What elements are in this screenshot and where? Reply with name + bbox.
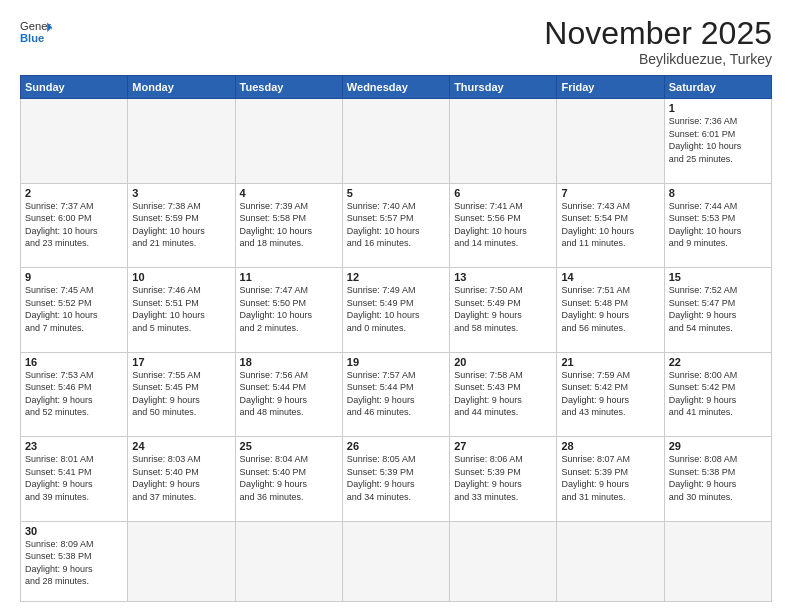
weekday-header-saturday: Saturday <box>664 76 771 99</box>
calendar-cell <box>450 521 557 601</box>
calendar-cell: 28Sunrise: 8:07 AM Sunset: 5:39 PM Dayli… <box>557 437 664 521</box>
weekday-header-thursday: Thursday <box>450 76 557 99</box>
calendar-cell: 14Sunrise: 7:51 AM Sunset: 5:48 PM Dayli… <box>557 268 664 352</box>
day-number: 28 <box>561 440 659 452</box>
day-info: Sunrise: 7:40 AM Sunset: 5:57 PM Dayligh… <box>347 200 445 250</box>
page: General Blue November 2025 Beylikduezue,… <box>0 0 792 612</box>
day-number: 25 <box>240 440 338 452</box>
weekday-header-wednesday: Wednesday <box>342 76 449 99</box>
weekday-header-tuesday: Tuesday <box>235 76 342 99</box>
weekday-header-monday: Monday <box>128 76 235 99</box>
day-info: Sunrise: 7:45 AM Sunset: 5:52 PM Dayligh… <box>25 284 123 334</box>
day-number: 19 <box>347 356 445 368</box>
day-info: Sunrise: 8:01 AM Sunset: 5:41 PM Dayligh… <box>25 453 123 503</box>
day-info: Sunrise: 7:37 AM Sunset: 6:00 PM Dayligh… <box>25 200 123 250</box>
calendar-cell <box>235 521 342 601</box>
calendar-cell <box>21 99 128 183</box>
calendar-table: SundayMondayTuesdayWednesdayThursdayFrid… <box>20 75 772 602</box>
day-number: 29 <box>669 440 767 452</box>
calendar-cell: 24Sunrise: 8:03 AM Sunset: 5:40 PM Dayli… <box>128 437 235 521</box>
day-number: 18 <box>240 356 338 368</box>
day-number: 7 <box>561 187 659 199</box>
calendar-cell <box>557 521 664 601</box>
day-info: Sunrise: 8:06 AM Sunset: 5:39 PM Dayligh… <box>454 453 552 503</box>
logo-icon: General Blue <box>20 16 52 48</box>
day-number: 11 <box>240 271 338 283</box>
calendar-cell: 11Sunrise: 7:47 AM Sunset: 5:50 PM Dayli… <box>235 268 342 352</box>
day-info: Sunrise: 7:57 AM Sunset: 5:44 PM Dayligh… <box>347 369 445 419</box>
day-number: 9 <box>25 271 123 283</box>
calendar-cell: 16Sunrise: 7:53 AM Sunset: 5:46 PM Dayli… <box>21 352 128 436</box>
day-info: Sunrise: 7:50 AM Sunset: 5:49 PM Dayligh… <box>454 284 552 334</box>
calendar-cell: 15Sunrise: 7:52 AM Sunset: 5:47 PM Dayli… <box>664 268 771 352</box>
day-info: Sunrise: 7:49 AM Sunset: 5:49 PM Dayligh… <box>347 284 445 334</box>
day-number: 23 <box>25 440 123 452</box>
calendar-cell <box>128 99 235 183</box>
location: Beylikduezue, Turkey <box>544 51 772 67</box>
day-number: 6 <box>454 187 552 199</box>
day-info: Sunrise: 8:09 AM Sunset: 5:38 PM Dayligh… <box>25 538 123 588</box>
header: General Blue November 2025 Beylikduezue,… <box>20 16 772 67</box>
day-info: Sunrise: 7:46 AM Sunset: 5:51 PM Dayligh… <box>132 284 230 334</box>
calendar-cell <box>235 99 342 183</box>
day-number: 20 <box>454 356 552 368</box>
calendar-cell: 2Sunrise: 7:37 AM Sunset: 6:00 PM Daylig… <box>21 183 128 267</box>
calendar-cell: 27Sunrise: 8:06 AM Sunset: 5:39 PM Dayli… <box>450 437 557 521</box>
calendar-cell: 7Sunrise: 7:43 AM Sunset: 5:54 PM Daylig… <box>557 183 664 267</box>
day-number: 15 <box>669 271 767 283</box>
calendar-cell: 22Sunrise: 8:00 AM Sunset: 5:42 PM Dayli… <box>664 352 771 436</box>
day-number: 12 <box>347 271 445 283</box>
calendar-cell <box>664 521 771 601</box>
day-number: 22 <box>669 356 767 368</box>
day-info: Sunrise: 7:59 AM Sunset: 5:42 PM Dayligh… <box>561 369 659 419</box>
day-info: Sunrise: 8:00 AM Sunset: 5:42 PM Dayligh… <box>669 369 767 419</box>
day-number: 26 <box>347 440 445 452</box>
day-info: Sunrise: 7:56 AM Sunset: 5:44 PM Dayligh… <box>240 369 338 419</box>
calendar-cell: 25Sunrise: 8:04 AM Sunset: 5:40 PM Dayli… <box>235 437 342 521</box>
weekday-header-sunday: Sunday <box>21 76 128 99</box>
day-info: Sunrise: 7:51 AM Sunset: 5:48 PM Dayligh… <box>561 284 659 334</box>
title-block: November 2025 Beylikduezue, Turkey <box>544 16 772 67</box>
calendar-cell: 3Sunrise: 7:38 AM Sunset: 5:59 PM Daylig… <box>128 183 235 267</box>
calendar-cell <box>128 521 235 601</box>
calendar-cell <box>450 99 557 183</box>
calendar-cell: 4Sunrise: 7:39 AM Sunset: 5:58 PM Daylig… <box>235 183 342 267</box>
calendar-cell <box>557 99 664 183</box>
day-info: Sunrise: 8:03 AM Sunset: 5:40 PM Dayligh… <box>132 453 230 503</box>
day-info: Sunrise: 8:04 AM Sunset: 5:40 PM Dayligh… <box>240 453 338 503</box>
day-number: 24 <box>132 440 230 452</box>
weekday-header-friday: Friday <box>557 76 664 99</box>
day-number: 21 <box>561 356 659 368</box>
day-info: Sunrise: 7:38 AM Sunset: 5:59 PM Dayligh… <box>132 200 230 250</box>
day-number: 27 <box>454 440 552 452</box>
calendar-cell: 19Sunrise: 7:57 AM Sunset: 5:44 PM Dayli… <box>342 352 449 436</box>
calendar-cell: 8Sunrise: 7:44 AM Sunset: 5:53 PM Daylig… <box>664 183 771 267</box>
day-info: Sunrise: 7:52 AM Sunset: 5:47 PM Dayligh… <box>669 284 767 334</box>
day-number: 30 <box>25 525 123 537</box>
calendar-cell: 1Sunrise: 7:36 AM Sunset: 6:01 PM Daylig… <box>664 99 771 183</box>
day-number: 3 <box>132 187 230 199</box>
day-info: Sunrise: 7:41 AM Sunset: 5:56 PM Dayligh… <box>454 200 552 250</box>
day-number: 8 <box>669 187 767 199</box>
calendar-cell: 9Sunrise: 7:45 AM Sunset: 5:52 PM Daylig… <box>21 268 128 352</box>
day-info: Sunrise: 8:05 AM Sunset: 5:39 PM Dayligh… <box>347 453 445 503</box>
day-info: Sunrise: 7:44 AM Sunset: 5:53 PM Dayligh… <box>669 200 767 250</box>
day-info: Sunrise: 7:39 AM Sunset: 5:58 PM Dayligh… <box>240 200 338 250</box>
day-info: Sunrise: 8:08 AM Sunset: 5:38 PM Dayligh… <box>669 453 767 503</box>
month-title: November 2025 <box>544 16 772 51</box>
day-info: Sunrise: 7:47 AM Sunset: 5:50 PM Dayligh… <box>240 284 338 334</box>
calendar-cell <box>342 99 449 183</box>
calendar-cell: 30Sunrise: 8:09 AM Sunset: 5:38 PM Dayli… <box>21 521 128 601</box>
day-number: 5 <box>347 187 445 199</box>
day-info: Sunrise: 7:43 AM Sunset: 5:54 PM Dayligh… <box>561 200 659 250</box>
day-number: 13 <box>454 271 552 283</box>
calendar-cell: 20Sunrise: 7:58 AM Sunset: 5:43 PM Dayli… <box>450 352 557 436</box>
day-number: 1 <box>669 102 767 114</box>
logo: General Blue <box>20 16 52 48</box>
day-number: 14 <box>561 271 659 283</box>
day-info: Sunrise: 7:55 AM Sunset: 5:45 PM Dayligh… <box>132 369 230 419</box>
day-number: 16 <box>25 356 123 368</box>
svg-text:Blue: Blue <box>20 32 44 44</box>
calendar-cell: 6Sunrise: 7:41 AM Sunset: 5:56 PM Daylig… <box>450 183 557 267</box>
calendar-cell <box>342 521 449 601</box>
